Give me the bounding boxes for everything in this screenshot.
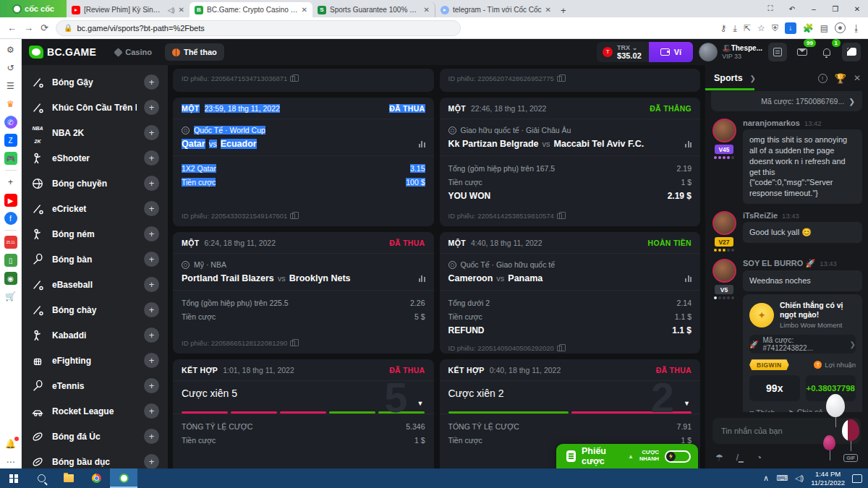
volume-icon[interactable]: ◁) xyxy=(795,474,804,483)
new-tab-button[interactable]: + xyxy=(556,3,571,17)
chat-username[interactable]: SOY EL BURRO 🚀 xyxy=(743,259,815,268)
network-icon[interactable]: ⌨ xyxy=(776,474,788,483)
bet-card[interactable]: MỘT6:24, 18 thg 11, 2022ĐÃ THUAMỹ · NBAP… xyxy=(173,232,434,354)
minimize-button[interactable]: – xyxy=(803,5,825,13)
coin-drop-icon[interactable]: ◔ xyxy=(757,453,762,463)
file-explorer-button[interactable] xyxy=(55,468,82,488)
close-window-button[interactable]: ✕ xyxy=(846,5,868,13)
add-sport-button[interactable]: + xyxy=(144,454,159,468)
chat-message-input[interactable] xyxy=(712,418,861,444)
extensions-puzzle-icon[interactable]: 🧩 xyxy=(803,23,814,33)
chat-toggle-button[interactable] xyxy=(842,43,861,61)
match-stats-icon[interactable] xyxy=(685,140,692,147)
crown-icon[interactable]: ♛ xyxy=(4,98,17,111)
download-manager-icon[interactable]: ↓ xyxy=(785,22,796,34)
sidebar-item-ecricket[interactable]: eCricket+ xyxy=(22,196,168,221)
sidebar-item-ebaseball[interactable]: eBaseball+ xyxy=(22,272,168,297)
chat-messages[interactable]: Mã cược: 1750086769...❯V45naranjomarkos1… xyxy=(705,91,868,412)
install-icon[interactable]: ⤓ xyxy=(733,23,737,33)
gif-button[interactable]: GIF xyxy=(843,454,858,462)
sidebar-item-efighting[interactable]: eFighting+ xyxy=(22,348,168,373)
add-sport-button[interactable]: + xyxy=(144,226,159,241)
history-icon[interactable]: ↺ xyxy=(4,61,17,74)
sidebar-item-bóng-gậy[interactable]: Bóng Gậy+ xyxy=(22,69,168,95)
add-sport-button[interactable]: + xyxy=(144,353,159,368)
adblock-shield-icon[interactable]: ⛨ xyxy=(772,23,778,33)
browser-tab-2[interactable]: BC.Game: Crypto Casino Gam✕ xyxy=(190,2,312,17)
facebook-icon[interactable]: f xyxy=(4,212,17,225)
sidebar-item-kabaddi[interactable]: Kabaddi+ xyxy=(22,322,168,348)
add-sport-button[interactable]: + xyxy=(144,252,159,267)
chat-info-icon[interactable]: ! xyxy=(818,74,827,83)
match-stats-icon[interactable] xyxy=(685,275,692,282)
sidebar-item-nba-2k[interactable]: NBA2KNBA 2K+ xyxy=(22,120,168,145)
browser-tab-3[interactable]: Sports Guarantee 100% cash✕ xyxy=(312,2,435,17)
battery-icon[interactable]: ▯ xyxy=(4,254,17,267)
trophy-icon[interactable]: 🏆 xyxy=(835,73,846,84)
coccoc-brand[interactable]: cốc cốc xyxy=(0,0,67,17)
user-profile[interactable]: 🎩Thespe... VIP 33 xyxy=(699,43,762,61)
combo-expand-icon[interactable]: ▼ xyxy=(417,400,424,407)
sidebar-item-bóng-bàn[interactable]: Bóng bàn+ xyxy=(22,247,168,272)
chat-avatar[interactable] xyxy=(712,211,736,235)
add-sport-button[interactable]: + xyxy=(144,150,159,166)
nav-sports[interactable]: Thể thao xyxy=(165,43,224,61)
match-stats-icon[interactable] xyxy=(419,140,425,147)
zalo-icon[interactable]: Z xyxy=(4,134,17,147)
mail-button[interactable]: 99 xyxy=(793,43,812,61)
copy-icon[interactable] xyxy=(557,76,562,82)
sidebar-item-bóng-bầu-dục[interactable]: Bóng bầu dục+ xyxy=(22,449,168,468)
maximize-button[interactable]: ❒ xyxy=(825,5,846,13)
match-stats-icon[interactable] xyxy=(419,275,425,282)
slash-commands-icon[interactable]: /‗ xyxy=(736,453,744,463)
sidebar-item-bóng-chuyền[interactable]: Bóng chuyền+ xyxy=(22,171,168,196)
sidebar-item-bóng-ném[interactable]: Bóng ném+ xyxy=(22,221,168,247)
reload-button[interactable]: ⟳ xyxy=(41,22,48,33)
cart-icon[interactable]: 🛒 xyxy=(4,290,17,303)
downloads-tray-icon[interactable]: ⭳ xyxy=(852,23,861,33)
chat-avatar[interactable] xyxy=(712,119,736,142)
sidebar-item-etennis[interactable]: eTennis+ xyxy=(22,373,168,398)
win-bet-code[interactable]: 🚀Mã cược: #7412243822...❯ xyxy=(749,335,856,354)
bet-card[interactable]: MỘT23:59, 18 thg 11, 2022ĐÃ THUAQuốc Tế … xyxy=(173,98,434,226)
bet-card-partial[interactable]: ID phiếu: 22056207428626952775 xyxy=(440,69,701,92)
messenger-icon[interactable]: ✆ xyxy=(4,116,17,129)
games-icon[interactable]: 🎮 xyxy=(4,152,17,165)
copy-icon[interactable] xyxy=(290,76,295,82)
chrome-button[interactable] xyxy=(82,468,110,488)
address-bar[interactable]: 🔒 bc.game/vi/sports?bt-path=%2Fbets xyxy=(56,20,461,36)
add-sport-button[interactable]: + xyxy=(144,328,159,343)
chat-username[interactable]: iTsReiZie xyxy=(743,211,778,220)
taskbar-search-button[interactable] xyxy=(27,468,55,488)
browser-tab-1[interactable]: [Review Phim] Kỳ Sinh Tr..◁)✕ xyxy=(67,2,190,17)
add-shortcut-icon[interactable]: + xyxy=(4,176,17,189)
bet-card[interactable]: KẾT HỢP1:01, 18 thg 11, 2022ĐÃ THUACược … xyxy=(173,359,434,468)
copy-icon[interactable] xyxy=(557,346,562,351)
balance-selector[interactable]: T TRX ⌄ $35.02 xyxy=(597,42,649,63)
add-sport-button[interactable]: + xyxy=(144,378,159,393)
copy-icon[interactable] xyxy=(290,341,295,346)
coccoc-taskbar-button[interactable] xyxy=(110,468,137,488)
notifications-button[interactable]: 1 xyxy=(817,43,836,61)
start-button[interactable] xyxy=(0,468,27,488)
add-sport-button[interactable]: + xyxy=(144,201,159,216)
sale-25-11-icon[interactable]: 25.11 xyxy=(4,236,17,249)
football-icon[interactable]: ◉ xyxy=(4,272,17,285)
share-icon[interactable]: ⇱ xyxy=(744,23,751,33)
chat-username[interactable]: naranjomarkos xyxy=(743,119,800,127)
sidebar-item-bóng-chày[interactable]: Bóng chày+ xyxy=(22,297,168,322)
sidebar-item-khúc-côn-cầu-trên-băng[interactable]: Khúc Côn Cầu Trên Băng+ xyxy=(22,95,168,120)
youtube-icon[interactable]: ▶ xyxy=(4,194,17,207)
add-sport-button[interactable]: + xyxy=(144,403,159,419)
forward-button[interactable]: → xyxy=(24,22,33,33)
tab-close-icon[interactable]: ✕ xyxy=(302,6,307,14)
browser-tab-4[interactable]: telegram - Tìm với Cốc Cốc✕ xyxy=(435,2,556,17)
copy-icon[interactable] xyxy=(290,213,295,219)
tray-expand-icon[interactable]: ∧ xyxy=(763,474,769,483)
rain-feature-icon[interactable]: ☂ xyxy=(715,453,723,463)
wallet-button[interactable]: Ví xyxy=(649,42,693,63)
quick-bet-toggle[interactable] xyxy=(665,450,691,463)
sidebar-item-eshooter[interactable]: eShooter+ xyxy=(22,145,168,171)
taskbar-clock[interactable]: 1:44 PM 11/21/2022 xyxy=(811,470,845,487)
bet-card[interactable]: MỘT4:40, 18 thg 11, 2022HOÀN TIỀNQuốc Tế… xyxy=(440,232,701,354)
